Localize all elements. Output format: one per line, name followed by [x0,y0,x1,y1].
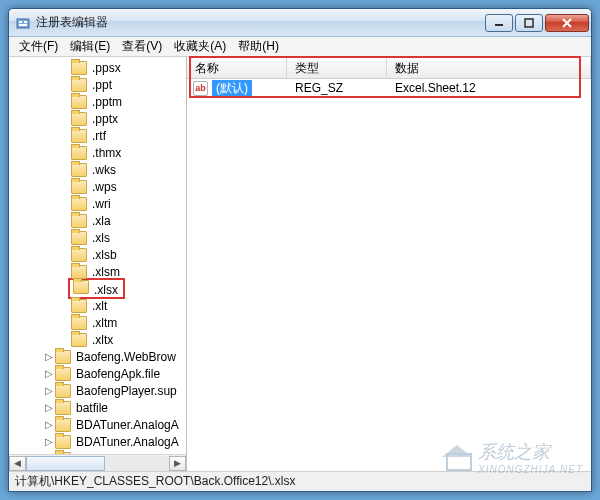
folder-icon [71,333,87,347]
folder-icon [55,401,71,415]
tree-item[interactable]: .xlsb [11,246,186,263]
tree-item[interactable]: .ppsx [11,59,186,76]
window-buttons [483,14,589,32]
tree-item-label: .xlsb [90,248,119,262]
menu-edit[interactable]: 编辑(E) [64,36,116,57]
values-pane: 名称 类型 数据 ab (默认) REG_SZ Excel.Sheet.12 [187,57,591,471]
menu-help[interactable]: 帮助(H) [232,36,285,57]
menu-view[interactable]: 查看(V) [116,36,168,57]
tree-item[interactable]: .xlsx [11,280,186,297]
tree-item[interactable]: .xls [11,229,186,246]
folder-icon [55,418,71,432]
tree-item-label: BaofengApk.file [74,367,162,381]
scroll-left-icon[interactable]: ◀ [9,456,26,471]
expand-icon [59,317,70,328]
tree-item-label: .ppsx [90,61,123,75]
tree-item[interactable]: .thmx [11,144,186,161]
tree-item-label: Baofeng.WebBrow [74,350,178,364]
tree-item[interactable]: ▷BDATuner.AnalogA [11,416,186,433]
tree-item-label: .xls [90,231,112,245]
tree-item[interactable]: .xltm [11,314,186,331]
expand-icon[interactable]: ▷ [43,419,54,430]
expand-icon[interactable]: ▷ [43,402,54,413]
tree-item[interactable]: ▷batfile [11,399,186,416]
svg-rect-0 [17,19,29,28]
folder-icon [71,214,87,228]
list-row[interactable]: ab (默认) REG_SZ Excel.Sheet.12 [187,79,591,97]
folder-icon [71,231,87,245]
expand-icon [59,334,70,345]
tree-item-label: .xltm [90,316,119,330]
list-body[interactable]: ab (默认) REG_SZ Excel.Sheet.12 [187,79,591,471]
tree-item-label: BDATuner.AnalogA [74,418,181,432]
tree-item[interactable]: ▷Baofeng.WebBrow [11,348,186,365]
folder-icon [71,95,87,109]
folder-icon [71,248,87,262]
tree-item[interactable]: .wks [11,161,186,178]
folder-icon [71,299,87,313]
folder-icon [71,180,87,194]
title-bar[interactable]: 注册表编辑器 [9,9,591,37]
list-header: 名称 类型 数据 [187,57,591,79]
tree-item-label: BDATuner.AnalogA [74,435,181,449]
registry-tree[interactable]: .ppsx.ppt.pptm.pptx.rtf.thmx.wks.wps.wri… [9,57,186,454]
tree-item[interactable]: ▷BDATuner.AnalogA [11,433,186,450]
tree-item[interactable]: .ppt [11,76,186,93]
menu-favorites[interactable]: 收藏夹(A) [168,36,232,57]
expand-icon [59,130,70,141]
tree-item[interactable]: .xla [11,212,186,229]
folder-icon [55,367,71,381]
expand-icon [59,300,70,311]
expand-icon[interactable]: ▷ [43,385,54,396]
tree-item[interactable]: .rtf [11,127,186,144]
col-data[interactable]: 数据 [387,57,591,78]
folder-icon [55,350,71,364]
expand-icon[interactable]: ▷ [43,436,54,447]
tree-item[interactable]: .xltx [11,331,186,348]
tree-item-label: .thmx [90,146,123,160]
tree-item-label: .wps [90,180,119,194]
tree-item-label: .xlsm [90,265,122,279]
scroll-track[interactable] [26,456,169,471]
folder-icon [71,146,87,160]
tree-hscrollbar[interactable]: ◀ ▶ [9,454,186,471]
tree-item[interactable]: ▷BaofengApk.file [11,365,186,382]
folder-icon [55,452,71,455]
expand-icon [59,147,70,158]
folder-icon [73,280,89,294]
close-button[interactable] [545,14,589,32]
svg-rect-2 [24,21,27,23]
col-name[interactable]: 名称 [187,57,287,78]
scroll-thumb[interactable] [26,456,105,471]
svg-rect-1 [19,21,22,23]
tree-item-label: .ppt [90,78,114,92]
folder-icon [71,163,87,177]
tree-item[interactable]: .wri [11,195,186,212]
menu-bar: 文件(F) 编辑(E) 查看(V) 收藏夹(A) 帮助(H) [9,37,591,57]
scroll-right-icon[interactable]: ▶ [169,456,186,471]
menu-file[interactable]: 文件(F) [13,36,64,57]
folder-icon [71,265,87,279]
tree-item[interactable]: ▷BaofengPlayer.sup [11,382,186,399]
expand-icon[interactable]: ▷ [43,368,54,379]
app-icon [15,15,31,31]
maximize-button[interactable] [515,14,543,32]
col-type[interactable]: 类型 [287,57,387,78]
tree-item[interactable]: .wps [11,178,186,195]
expand-icon [59,164,70,175]
folder-icon [71,61,87,75]
tree-item-label: batfile [74,401,110,415]
tree-item[interactable]: .pptm [11,93,186,110]
svg-rect-3 [19,24,27,26]
tree-item-label: .xltx [90,333,115,347]
folder-icon [55,384,71,398]
tree-item[interactable]: .pptx [11,110,186,127]
tree-item[interactable]: .xlt [11,297,186,314]
value-data: Excel.Sheet.12 [387,81,591,95]
tree-item-label: .xlsx [92,283,120,297]
expand-icon[interactable]: ▷ [43,351,54,362]
tree-pane: .ppsx.ppt.pptm.pptx.rtf.thmx.wks.wps.wri… [9,57,187,471]
expand-icon [59,113,70,124]
expand-icon [59,181,70,192]
minimize-button[interactable] [485,14,513,32]
